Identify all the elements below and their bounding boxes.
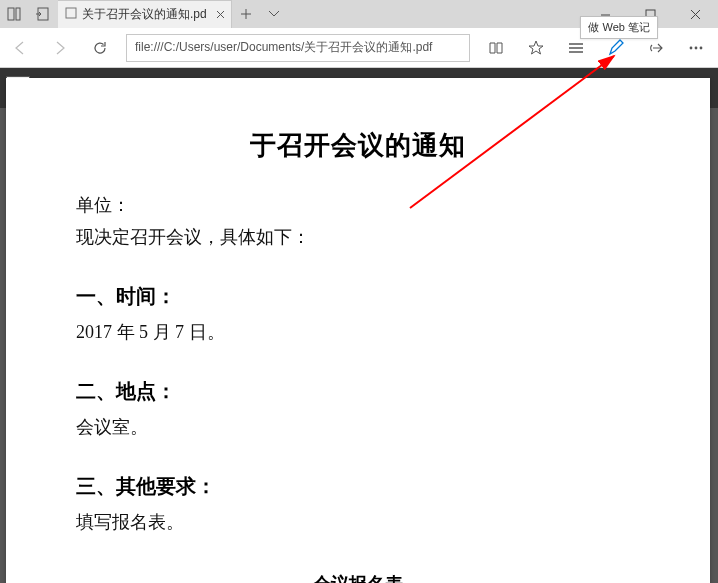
tabs-overview-button[interactable] — [0, 0, 28, 28]
doc-section-time-body: 2017 年 5 月 7 日。 — [76, 316, 640, 348]
table-caption: 会议报名表 — [76, 572, 640, 583]
svg-rect-3 — [66, 8, 76, 18]
url-box[interactable] — [126, 34, 470, 62]
pdf-file-icon — [64, 7, 78, 22]
tab-title: 关于召开会议的通知.pd — [82, 6, 206, 23]
doc-unit-label: 单位： — [76, 189, 640, 221]
close-tab-button[interactable] — [216, 8, 225, 22]
pdf-page: 于召开会议的通知 单位： 现决定召开会议，具体如下： 一、时间： 2017 年 … — [6, 78, 710, 583]
reading-view-button[interactable] — [476, 28, 516, 68]
browser-tab[interactable]: 关于召开会议的通知.pd — [58, 0, 232, 28]
set-aside-tabs-button[interactable] — [28, 0, 56, 28]
svg-point-5 — [690, 46, 693, 49]
favorite-button[interactable] — [516, 28, 556, 68]
svg-rect-0 — [8, 8, 14, 20]
doc-section-req-heading: 三、其他要求： — [76, 473, 640, 500]
doc-section-place-heading: 二、地点： — [76, 378, 640, 405]
url-input[interactable] — [135, 41, 461, 55]
svg-rect-1 — [16, 8, 20, 20]
tabs-dropdown-button[interactable] — [260, 10, 288, 18]
doc-section-place-body: 会议室。 — [76, 411, 640, 443]
doc-section-time-heading: 一、时间： — [76, 283, 640, 310]
svg-point-7 — [700, 46, 703, 49]
svg-point-6 — [695, 46, 698, 49]
doc-intro: 现决定召开会议，具体如下： — [76, 221, 640, 253]
new-tab-button[interactable] — [232, 8, 260, 20]
pdf-viewport[interactable]: 于召开会议的通知 单位： 现决定召开会议，具体如下： 一、时间： 2017 年 … — [0, 108, 718, 583]
forward-button[interactable] — [40, 28, 80, 68]
doc-title: 于召开会议的通知 — [76, 128, 640, 163]
doc-section-req-body: 填写报名表。 — [76, 506, 640, 538]
refresh-button[interactable] — [80, 28, 120, 68]
back-button[interactable] — [0, 28, 40, 68]
window-close-button[interactable] — [673, 0, 718, 28]
tooltip-web-notes: 做 Web 笔记 — [580, 16, 658, 39]
more-button[interactable] — [676, 28, 716, 68]
